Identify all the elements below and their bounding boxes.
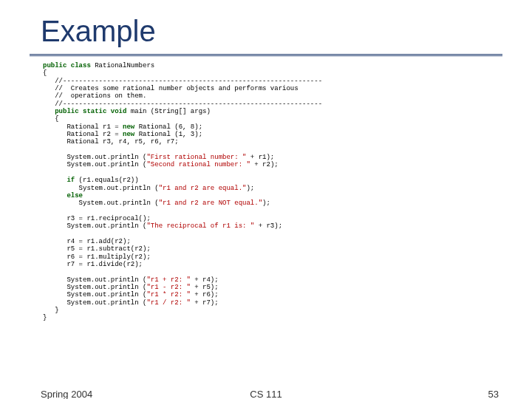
title-underline — [30, 54, 502, 56]
code-block: public class RationalNumbers { //-------… — [0, 62, 532, 322]
code-line: r7 = r1.divide(r2); — [43, 261, 143, 268]
kw-new: new — [123, 131, 134, 138]
string-literal: "Second rational number: " — [146, 161, 250, 168]
code-text: System.out.println ( — [43, 200, 159, 207]
code-text: System.out.println ( — [43, 276, 146, 284]
code-text: + r7); — [191, 299, 219, 307]
code-line: // operations on them. — [43, 92, 146, 100]
kw-if: if — [43, 177, 75, 184]
kw-static: static — [79, 108, 107, 115]
code-text: System.out.println ( — [43, 185, 159, 192]
code-line: //--------------------------------------… — [43, 100, 322, 108]
class-name: RationalNumbers — [91, 62, 154, 69]
kw-public: public — [43, 62, 66, 69]
code-text: Rational r2 = — [43, 131, 123, 138]
footer-term: Spring 2004 — [41, 389, 92, 399]
code-line: } — [43, 307, 59, 314]
code-text: Rational (1, 3); — [134, 131, 202, 138]
string-literal: "r1 + r2: " — [146, 276, 190, 284]
code-line: r4 = r1.add(r2); — [43, 238, 131, 245]
code-line: { — [43, 69, 47, 77]
code-text: System.out.println ( — [43, 299, 146, 307]
code-text: System.out.println ( — [43, 284, 146, 291]
code-text: + r6); — [191, 291, 219, 299]
code-text: main (String[] args) — [126, 108, 210, 115]
kw-void: void — [106, 108, 126, 115]
code-line: r6 = r1.multiply(r2); — [43, 253, 151, 261]
code-text: System.out.println ( — [43, 222, 146, 230]
code-line: //--------------------------------------… — [43, 78, 322, 85]
string-literal: "The reciprocal of r1 is: " — [146, 222, 254, 230]
code-text: System.out.println ( — [43, 154, 146, 161]
code-text: + r1); — [246, 154, 274, 161]
code-text: System.out.println ( — [43, 291, 146, 299]
code-line: r3 = r1.reciprocal(); — [43, 215, 151, 222]
kw-new: new — [123, 123, 134, 131]
code-text: + r3); — [254, 222, 282, 230]
kw-public: public — [43, 108, 79, 115]
code-text: + r2); — [250, 161, 279, 168]
code-line: // Creates some rational number objects … — [43, 85, 299, 92]
kw-class: class — [66, 62, 90, 69]
code-text: (r1.equals(r2)) — [75, 177, 138, 184]
kw-else: else — [43, 192, 83, 200]
code-text: ); — [246, 185, 254, 192]
code-text: + r4); — [191, 276, 219, 284]
code-line: r5 = r1.subtract(r2); — [43, 245, 151, 253]
code-line: { — [43, 115, 59, 123]
string-literal: "r1 / r2: " — [146, 299, 190, 307]
code-line: Rational r3, r4, r5, r6, r7; — [43, 138, 179, 146]
code-text: System.out.println ( — [43, 161, 146, 168]
code-line: } — [43, 314, 47, 321]
footer-page-number: 53 — [488, 389, 499, 399]
code-text: ); — [262, 200, 270, 207]
string-literal: "First rational number: " — [146, 154, 246, 161]
string-literal: "r1 and r2 are NOT equal." — [159, 200, 262, 207]
string-literal: "r1 * r2: " — [146, 291, 190, 299]
string-literal: "r1 and r2 are equal." — [159, 185, 247, 192]
string-literal: "r1 - r2: " — [146, 284, 190, 291]
code-text: Rational r1 = — [43, 123, 123, 131]
code-text: + r5); — [191, 284, 219, 291]
footer-course: CS 111 — [250, 389, 282, 399]
slide-title: Example — [0, 0, 532, 54]
code-text: Rational (6, 8); — [134, 123, 202, 131]
